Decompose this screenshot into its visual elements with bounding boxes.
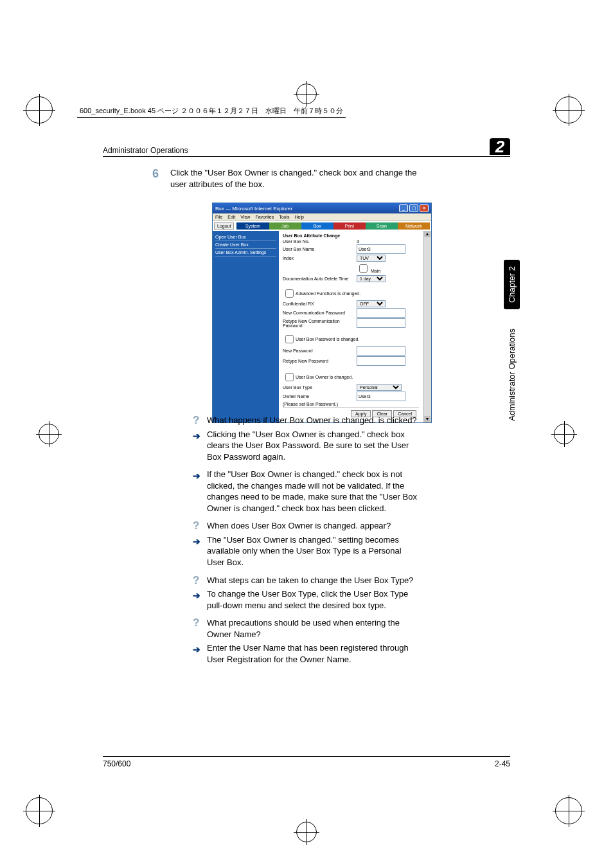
tab-system[interactable]: System: [236, 222, 269, 230]
footer-model: 750/600: [103, 759, 130, 768]
menu-help[interactable]: Help: [295, 215, 304, 219]
registration-mark: [26, 96, 58, 129]
userboxno-label: User Box No.: [283, 239, 357, 244]
menu-view[interactable]: View: [240, 215, 250, 219]
question-icon: ?: [193, 616, 199, 631]
section-header: Administrator Operations 2: [103, 138, 510, 157]
new-comm-pw-label: New Communication Password: [283, 311, 357, 315]
registration-mark: [26, 797, 58, 829]
owner-name-label: Owner Name: [283, 394, 357, 399]
step-number: 6: [152, 166, 159, 182]
registration-mark: [554, 424, 574, 444]
logout-button[interactable]: Logout: [214, 222, 234, 230]
box-owner-checkbox[interactable]: [285, 373, 294, 381]
question-icon: ?: [193, 519, 199, 534]
new-pw-label: New Password: [283, 348, 357, 353]
qa-question: What precautions should be used when ent…: [207, 618, 400, 639]
box-owner-check-label: User Box Owner is changed.: [296, 375, 353, 379]
registration-mark: [296, 822, 317, 842]
owner-name-input[interactable]: [357, 392, 405, 401]
step-text: 6 Click the "User Box Owner is changed."…: [170, 167, 420, 190]
retype-comm-pw-input[interactable]: [357, 318, 405, 328]
index-label: Index: [283, 256, 357, 260]
qa-question: What happens if User Box Owner is change…: [207, 415, 417, 425]
registration-mark: [555, 96, 587, 129]
answer-icon: ➔: [193, 644, 200, 656]
index-select[interactable]: TUV: [357, 255, 386, 262]
section-number: 2: [490, 138, 510, 155]
box-password-check-label: User Box Password is changed.: [296, 337, 359, 341]
tab-network[interactable]: Network: [398, 222, 430, 230]
autodel-select[interactable]: 1 day: [357, 275, 386, 282]
answer-icon: ➔: [193, 536, 200, 548]
screenshot: Box — Microsoft Internet Explorer _ ▢ ✕ …: [212, 203, 432, 423]
scroll-down-icon[interactable]: ▼: [424, 416, 431, 422]
sidebar-item-create[interactable]: Create User Box: [215, 241, 276, 249]
sidebar-item-open[interactable]: Open User Box: [215, 233, 276, 241]
box-type-label: User Box Type: [283, 385, 357, 390]
box-password-note: (Please set Box Password.): [283, 402, 357, 406]
userboxname-label: User Box Name: [283, 247, 357, 251]
qa-list: ?What happens if User Box Owner is chang…: [193, 415, 420, 671]
answer-icon: ➔: [193, 430, 200, 442]
tab-box[interactable]: Box: [301, 222, 333, 230]
menu-file[interactable]: File: [215, 215, 222, 219]
answer-icon: ➔: [193, 470, 200, 482]
form-main: User Box Attribute Change User Box No. 3…: [279, 231, 423, 422]
step-body: Click the "User Box Owner is changed." c…: [170, 168, 417, 189]
confidential-rx-select[interactable]: OFF: [357, 300, 386, 307]
qa-answer: If the "User Box Owner is changed." chec…: [207, 469, 417, 513]
window-title: Box — Microsoft Internet Explorer: [215, 206, 292, 212]
qa-question: What steps can be taken to change the Us…: [207, 575, 413, 585]
autodel-label: Documentation Auto Delete Time: [283, 276, 357, 281]
menu-bar: File Edit View Favorites Tools Help: [213, 213, 431, 221]
main-checkbox[interactable]: [359, 264, 368, 273]
footer-page: 2-45: [495, 759, 510, 768]
registration-mark: [39, 424, 59, 444]
qa-answer: Enter the User Name that has been regist…: [207, 643, 409, 664]
book-header: 600_security_E.book 45 ページ ２００６年１２月２７日 水…: [77, 106, 346, 118]
retype-comm-pw-label: Retype New Communication Password: [283, 319, 357, 328]
page-footer: 750/600 2-45: [103, 756, 510, 768]
section-title: Administrator Operations: [103, 146, 188, 155]
answer-icon: ➔: [193, 590, 200, 602]
scrollbar[interactable]: ▲ ▼: [423, 231, 431, 422]
sidebar: Open User Box Create User Box User Box A…: [213, 231, 279, 422]
retype-pw-input[interactable]: [357, 356, 405, 366]
chapter-tab: Chapter 2: [504, 260, 520, 309]
tab-job[interactable]: Job: [269, 222, 301, 230]
qa-answer: The "User Box Owner is changed." setting…: [207, 535, 402, 567]
qa-answer: Clicking the "User Box Owner is changed.…: [207, 429, 409, 462]
side-section-label: Administrator Operations: [507, 322, 517, 428]
menu-favorites[interactable]: Favorites: [255, 215, 274, 219]
close-icon[interactable]: ✕: [420, 204, 429, 212]
tab-print[interactable]: Print: [333, 222, 366, 230]
tab-scan[interactable]: Scan: [366, 222, 398, 230]
maximize-icon[interactable]: ▢: [409, 204, 418, 212]
registration-mark: [296, 84, 317, 104]
side-tab: Chapter 2 Administrator Operations: [504, 228, 520, 428]
qa-answer: To change the User Box Type, click the U…: [207, 589, 408, 610]
box-type-select[interactable]: Personal: [357, 384, 402, 391]
confidential-rx-label: Confidential RX: [283, 302, 357, 306]
menu-edit[interactable]: Edit: [227, 215, 235, 219]
question-icon: ?: [193, 574, 199, 588]
userboxname-input[interactable]: [357, 244, 405, 254]
form-heading: User Box Attribute Change: [283, 233, 419, 238]
retype-pw-label: Retype New Password: [283, 359, 357, 363]
advanced-functions-checkbox[interactable]: [285, 289, 294, 298]
userboxno-value: 3: [357, 239, 419, 244]
registration-mark: [555, 797, 587, 829]
minimize-icon[interactable]: _: [399, 204, 408, 212]
advanced-functions-label: Advanced Functions is changed.: [296, 291, 360, 296]
qa-question: When does User Box Owner is changed. app…: [207, 521, 391, 530]
menu-tools[interactable]: Tools: [279, 215, 289, 219]
question-icon: ?: [193, 413, 199, 428]
new-pw-input[interactable]: [357, 346, 405, 356]
box-password-checkbox[interactable]: [285, 335, 294, 343]
sidebar-item-admin[interactable]: User Box Admin. Settings: [215, 249, 276, 257]
main-check-label: Main: [371, 269, 380, 273]
scroll-up-icon[interactable]: ▲: [424, 231, 431, 237]
new-comm-pw-input[interactable]: [357, 308, 405, 318]
